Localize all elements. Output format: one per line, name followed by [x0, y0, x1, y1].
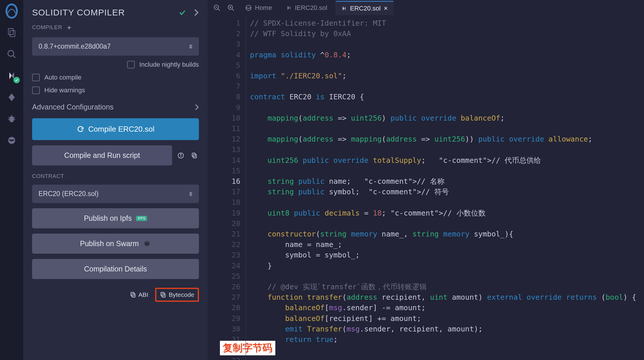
file-explorer-icon[interactable]	[6, 27, 17, 38]
add-compiler-icon[interactable]: ＋	[66, 23, 73, 32]
select-caret-icon	[189, 192, 192, 196]
advanced-label: Advanced Configurations	[32, 103, 113, 111]
publish-ipfs-label: Publish on Ipfs	[84, 214, 132, 223]
contract-value: ERC20 (ERC20.sol)	[38, 190, 99, 198]
copy-icon	[160, 292, 166, 298]
svg-line-24	[232, 9, 234, 11]
bytecode-label: Bytecode	[169, 291, 194, 298]
tab-home-label: Home	[255, 4, 272, 12]
tab-ierc20[interactable]: IERC20.sol	[280, 1, 333, 15]
svg-line-6	[8, 117, 10, 118]
nightly-checkbox[interactable]	[127, 61, 135, 68]
close-tab-icon[interactable]: ✕	[384, 5, 388, 12]
remix-logo-icon[interactable]	[6, 6, 17, 16]
hide-warnings-checkbox[interactable]	[32, 87, 40, 94]
deploy-run-icon[interactable]	[6, 92, 17, 103]
nightly-row: Include nightly builds	[32, 61, 199, 68]
svg-rect-0	[8, 29, 13, 35]
refresh-icon	[77, 126, 84, 133]
svg-rect-1	[10, 31, 15, 37]
svg-line-21	[218, 9, 220, 11]
swarm-icon	[143, 240, 151, 248]
auto-compile-row: Auto compile	[32, 74, 199, 81]
publish-swarm-button[interactable]: Publish on Swarm	[32, 234, 199, 254]
editor-tabbar: Home IERC20.sol ERC20.sol ✕	[208, 0, 644, 16]
compile-run-label: Compile and Run script	[64, 151, 140, 160]
auto-compile-checkbox[interactable]	[32, 74, 40, 81]
svg-rect-19	[161, 292, 164, 296]
contract-select[interactable]: ERC20 (ERC20.sol)	[32, 185, 199, 203]
status-ok-badge	[13, 77, 20, 83]
plugin-manager-icon[interactable]	[6, 135, 17, 146]
debugger-icon[interactable]	[6, 114, 17, 124]
compiler-label: COMPILER ＋	[32, 23, 199, 32]
hide-warnings-row: Hide warnings	[32, 87, 199, 94]
chevron-right-icon	[195, 104, 199, 110]
svg-point-4	[9, 116, 14, 122]
tab-ierc20-label: IERC20.sol	[295, 4, 327, 12]
tab-erc20-label: ERC20.sol	[350, 5, 381, 12]
copy-icon	[130, 292, 136, 298]
home-icon	[245, 4, 252, 11]
nightly-label: Include nightly builds	[139, 61, 199, 68]
svg-line-7	[14, 117, 15, 118]
solidity-file-icon	[341, 6, 347, 11]
search-icon[interactable]	[6, 49, 17, 59]
code-view[interactable]: // SPDX-License-Identifier: MIT// WTF So…	[246, 16, 644, 360]
copy-icon[interactable]	[190, 151, 199, 160]
info-icon[interactable]	[176, 151, 186, 160]
hide-warnings-label: Hide warnings	[44, 87, 85, 94]
compilation-details-button[interactable]: Compilation Details	[32, 259, 199, 279]
svg-rect-18	[162, 294, 165, 297]
svg-rect-14	[193, 154, 196, 158]
plugin-rail	[0, 0, 23, 360]
tab-erc20[interactable]: ERC20.sol ✕	[335, 1, 394, 15]
copy-bytecode-button[interactable]: Bytecode	[155, 288, 199, 302]
copy-abi-button[interactable]: ABI	[126, 289, 152, 301]
contract-label: CONTRACT	[32, 173, 199, 179]
auto-compile-label: Auto compile	[44, 74, 81, 81]
panel-title: SOLIDITY COMPILER	[32, 8, 125, 17]
compilation-details-label: Compilation Details	[84, 265, 147, 273]
svg-rect-17	[131, 292, 134, 296]
advanced-config-toggle[interactable]: Advanced Configurations	[32, 99, 199, 113]
abi-label: ABI	[139, 291, 148, 298]
check-icon	[178, 9, 186, 16]
svg-point-2	[8, 50, 14, 56]
zoom-out-icon[interactable]	[211, 2, 223, 14]
line-gutter: 1234567891011121314151617181920212223242…	[208, 16, 246, 360]
compile-button[interactable]: Compile ERC20.sol	[32, 118, 199, 140]
solidity-file-icon	[286, 5, 292, 11]
svg-point-13	[181, 154, 181, 154]
select-caret-icon	[189, 44, 192, 49]
tab-home[interactable]: Home	[239, 1, 278, 15]
editor-body[interactable]: 1234567891011121314151617181920212223242…	[208, 16, 644, 360]
svg-rect-16	[132, 294, 135, 297]
compiler-panel: SOLIDITY COMPILER COMPILER ＋ 0.8.7+commi…	[23, 0, 208, 360]
editor-area: Home IERC20.sol ERC20.sol ✕ 123456789101…	[208, 0, 644, 360]
publish-swarm-label: Publish on Swarm	[80, 239, 139, 248]
compiler-version-value: 0.8.7+commit.e28d00a7	[38, 43, 111, 50]
solidity-compiler-icon[interactable]	[6, 70, 17, 81]
svg-line-3	[13, 55, 15, 58]
ipfs-badge-icon: IPFS	[136, 216, 147, 221]
compiler-version-select[interactable]: 0.8.7+commit.e28d00a7	[32, 37, 199, 56]
compile-run-button[interactable]: Compile and Run script	[32, 145, 172, 165]
chevron-right-icon[interactable]	[194, 9, 199, 16]
publish-ipfs-button[interactable]: Publish on Ipfs IPFS	[32, 208, 199, 228]
svg-rect-15	[192, 153, 195, 156]
zoom-in-icon[interactable]	[225, 2, 237, 14]
compile-button-label: Compile ERC20.sol	[88, 125, 155, 134]
